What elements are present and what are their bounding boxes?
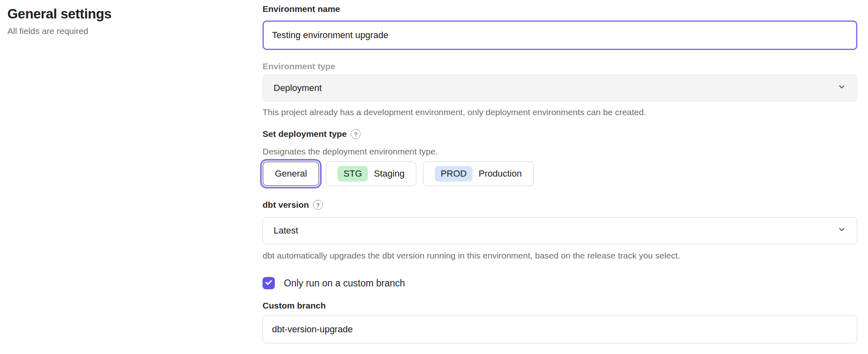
custom-branch-group: Custom branch [263, 300, 857, 343]
custom-branch-input[interactable] [263, 315, 857, 343]
environment-type-select[interactable]: Deployment [263, 75, 857, 102]
page-subtitle: All fields are required [7, 26, 237, 36]
custom-branch-label: Custom branch [263, 300, 857, 311]
dbt-version-select[interactable]: Latest [263, 217, 857, 244]
deployment-type-general-label: General [275, 168, 307, 179]
help-icon[interactable]: ? [351, 129, 361, 139]
settings-header: General settings All fields are required [7, 6, 237, 36]
environment-name-input[interactable] [263, 20, 857, 50]
dbt-version-label-text: dbt version [263, 199, 309, 211]
page-title: General settings [7, 6, 237, 22]
deployment-type-staging-label: Staging [374, 168, 405, 179]
dbt-version-value: Latest [274, 225, 298, 236]
custom-branch-toggle-label[interactable]: Only run on a custom branch [284, 278, 405, 289]
dbt-version-helper: dbt automatically upgrades the dbt versi… [263, 250, 857, 261]
environment-type-label: Environment type [263, 61, 857, 72]
deployment-type-production-button[interactable]: PROD Production [423, 161, 534, 186]
staging-badge: STG [338, 166, 368, 182]
environment-name-label: Environment name [263, 3, 857, 15]
custom-branch-toggle-row: Only run on a custom branch [263, 277, 857, 289]
deployment-type-helper: Designates the deployment environment ty… [263, 146, 857, 157]
deployment-type-options: General STG Staging PROD Production [263, 161, 857, 186]
deployment-type-group: Set deployment type ? Designates the dep… [263, 128, 857, 186]
dbt-version-group: dbt version ? Latest dbt automatically u… [263, 199, 857, 261]
production-badge: PROD [435, 166, 473, 182]
deployment-type-label: Set deployment type ? [263, 128, 857, 140]
environment-type-helper: This project already has a development e… [263, 107, 857, 118]
chevron-down-icon [837, 82, 846, 94]
chevron-down-icon [837, 225, 846, 236]
deployment-type-general-button[interactable]: General [263, 161, 319, 186]
check-icon [264, 278, 273, 288]
environment-settings-form: Environment name Environment type Deploy… [263, 0, 857, 343]
help-icon[interactable]: ? [313, 200, 323, 210]
deployment-type-staging-button[interactable]: STG Staging [326, 161, 416, 186]
deployment-type-label-text: Set deployment type [263, 128, 347, 140]
environment-type-value: Deployment [274, 83, 322, 93]
custom-branch-checkbox[interactable] [263, 277, 275, 289]
dbt-version-label: dbt version ? [263, 199, 857, 211]
environment-name-group: Environment name [263, 3, 857, 50]
environment-type-group: Environment type Deployment This project… [263, 61, 857, 118]
deployment-type-production-label: Production [479, 168, 522, 179]
